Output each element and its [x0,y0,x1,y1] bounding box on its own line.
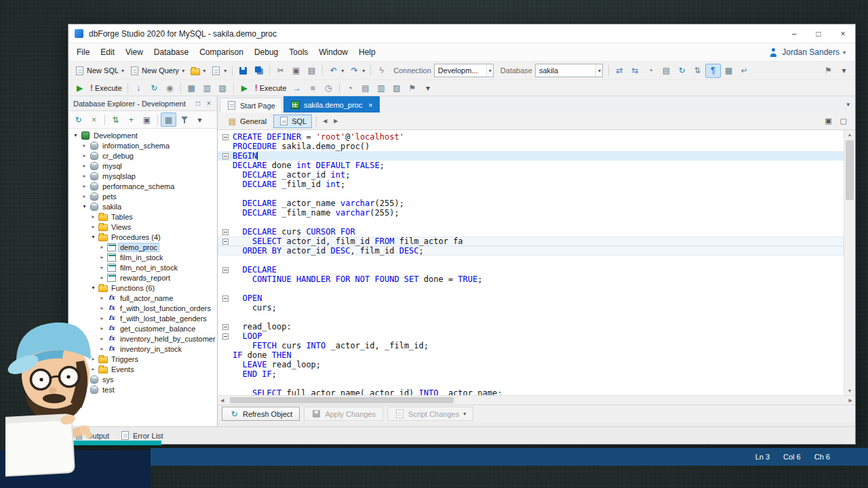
chevron-down-icon[interactable]: ▾ [463,411,466,417]
data-compare-button[interactable]: ⇆ [627,64,643,78]
code-line[interactable]: DECLARE _actor_name varchar(255); [218,199,844,208]
scroll-down-icon[interactable]: ▼ [844,388,855,393]
expander-collapsed-icon[interactable]: ▸ [80,142,89,148]
open-file-button[interactable]: ▾ [187,64,208,78]
close-tab-icon[interactable]: × [368,101,372,109]
fold-collapse-icon[interactable] [222,324,229,330]
menu-window[interactable]: Window [313,45,353,60]
execute-button-2[interactable]: !Execute [252,81,290,95]
expander-expanded-icon[interactable]: ▾ [80,203,89,209]
user-account-button[interactable]: Jordan Sanders ▾ [768,47,852,58]
new-document-button[interactable]: ▾ [208,64,229,78]
toolbar-overflow-button[interactable]: ▾ [836,64,852,78]
tab-start-page[interactable]: Start Page [220,98,282,113]
expander-expanded-icon[interactable]: ▾ [89,285,98,291]
tree-item-rewards-report[interactable]: ▸rewards_report [68,272,217,283]
code-line[interactable]: OPEN [218,293,844,303]
tree-item-performance-schema[interactable]: ▸performance_schema [68,181,217,191]
horizontal-scrollbar[interactable]: ◀ ▶ [218,395,855,405]
explorer-header[interactable]: Database Explorer - Development □ × [68,96,217,111]
chevron-down-icon[interactable]: ▾ [203,68,205,74]
fetch-all-button[interactable]: ↓ [131,81,146,95]
code-line[interactable]: SELECT actor_id, film_id FROM film_actor… [218,237,844,246]
code-line[interactable]: LEAVE read_loop; [218,360,844,369]
fold-collapse-icon[interactable] [222,134,229,140]
expander-collapsed-icon[interactable]: ▸ [98,274,106,281]
code-line[interactable]: DECLARE _film_name varchar(255); [218,208,844,218]
tab-sql[interactable]: SQL [273,115,312,128]
menu-debug[interactable]: Debug [249,45,283,60]
debug-run-button[interactable]: ▶ [237,81,252,95]
new-query-button[interactable]: New Query▾ [127,64,187,78]
tree-item-mysqlslap[interactable]: ▸mysqlslap [68,171,217,181]
menu-file[interactable]: File [71,45,95,60]
code-line[interactable]: END IF; [218,369,844,379]
execute-button[interactable]: !Execute [87,81,125,95]
panel-pin-icon[interactable]: □ [193,100,203,107]
code-line[interactable]: ORDER BY actor_id DESC, film_id DESC; [218,246,844,256]
query-profiler-button[interactable]: ◔ [643,64,658,78]
profiler-button[interactable]: ◔ [342,81,358,95]
code-line[interactable]: DECLARE _film_id int; [218,180,844,189]
expander-collapsed-icon[interactable]: ▸ [98,244,106,250]
retrieve-data-button[interactable]: ▦ [161,113,176,127]
tab-general[interactable]: General [222,115,272,128]
filter-button[interactable] [176,113,192,127]
code-line[interactable] [218,379,844,388]
auto-commit-button[interactable]: ◉ [162,81,178,95]
scroll-left-icon[interactable]: ◀ [218,396,226,405]
chevron-down-icon[interactable]: ▾ [121,68,124,74]
code-line[interactable]: PROCEDURE sakila.demo_proc() [218,142,844,151]
code-line[interactable] [218,284,844,293]
export-button[interactable]: ▥ [374,81,389,95]
code-line[interactable] [218,218,844,227]
tree-item-film-in-stock[interactable]: ▸film_in_stock [68,252,217,262]
tree-item-sakila[interactable]: ▾sakila [68,201,217,211]
tree-item-pets[interactable]: ▸pets [68,191,217,201]
expander-collapsed-icon[interactable]: ▸ [98,295,106,301]
refresh-object-button[interactable]: ↻Refresh Object [222,407,300,421]
save-all-button[interactable] [251,64,267,78]
tab-sakila-demo-proc[interactable]: sakila.demo_proc× [283,96,380,113]
tree-item-mysql[interactable]: ▸mysql [68,161,217,171]
expander-collapsed-icon[interactable]: ▸ [80,193,89,199]
tree-item-procedures-4[interactable]: ▾Procedures (4) [68,232,217,242]
tree-item-views[interactable]: ▸Views [68,222,217,232]
run-button[interactable]: ▶ [72,81,87,95]
new-database-button[interactable]: + [123,113,139,127]
expander-collapsed-icon[interactable]: ▸ [80,163,89,169]
chevron-down-icon[interactable]: ▾ [362,68,365,74]
panel-close-icon[interactable]: × [203,100,214,107]
word-wrap-button[interactable]: ↵ [736,64,752,78]
code-line[interactable]: curs; [218,303,844,312]
layout-icon[interactable]: ▣ [821,117,835,125]
menu-comparison[interactable]: Comparison [194,45,249,60]
fold-collapse-icon[interactable] [222,267,229,273]
tree-item-demo-proc[interactable]: ▸demo_proc [68,242,217,252]
expander-collapsed-icon[interactable]: ▸ [89,214,98,220]
chevron-down-icon[interactable]: ▾ [486,64,492,77]
fold-collapse-icon[interactable] [222,333,229,340]
results-text-button[interactable]: ▥ [199,81,215,95]
code-line[interactable]: DECLARE _actor_id int; [218,170,844,180]
tab-list-icon[interactable]: ▾ [841,101,855,108]
refresh-button[interactable]: ↻ [674,64,690,78]
minimize-button[interactable]: – [782,24,806,43]
new-sql-button[interactable]: New SQL▾ [72,64,127,78]
maximize-button[interactable]: □ [806,24,831,43]
sql-editor[interactable]: CREATE DEFINER = 'root'@'localhost'PROCE… [218,130,855,395]
toolbar-overflow-button-2[interactable]: ▾ [420,81,436,95]
tree-item-film-not-in-stock[interactable]: ▸film_not_in_stock [68,262,217,272]
chevron-down-icon[interactable]: ▾ [224,68,226,74]
menu-edit[interactable]: Edit [95,45,120,60]
code-line[interactable]: DECLARE done int DEFAULT FALSE; [218,161,844,170]
error-list-panel-tab[interactable]: Error List [120,430,163,441]
stop-button[interactable]: ■ [305,81,321,95]
chevron-down-icon[interactable]: ▾ [341,68,344,74]
code-line[interactable]: BEGIN [218,151,844,161]
code-line[interactable] [218,312,844,322]
script-changes-button[interactable]: Script Changes▾ [387,407,473,421]
scroll-views-left-icon[interactable]: ◀ [319,118,330,124]
expander-expanded-icon[interactable]: ▾ [71,132,80,138]
tree-item-cr-debug[interactable]: ▸cr_debug [68,150,217,161]
